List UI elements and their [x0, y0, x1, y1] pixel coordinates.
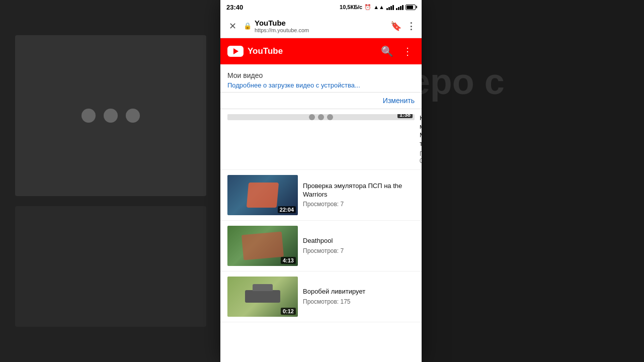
video-duration-4: 0:12	[281, 308, 296, 315]
video-title-3: Deathpool	[303, 237, 415, 245]
youtube-header: YouTube 🔍 ⋮	[220, 38, 422, 64]
status-right: 10,5КБ/с ⏰ ▲▲	[340, 4, 416, 11]
video-title-2: Проверка эмулятора ПСП на the Warriors	[303, 182, 415, 199]
content-area: Мои видео Подробнее о загрузке видео с у…	[220, 64, 422, 362]
video-info-1: Как майнить Монеро с телефона Просмотров…	[420, 114, 422, 164]
browser-bar: ✕ 🔒 YouTube https://m.youtube.com 🔖 ⋮	[220, 14, 422, 38]
url-info: YouTube https://m.youtube.com	[255, 19, 309, 33]
thumb-placeholder-1	[227, 114, 415, 120]
lock-icon: 🔒	[244, 22, 252, 30]
status-bar: 23:40 10,5КБ/с ⏰ ▲▲	[220, 0, 422, 14]
signal-icon: ▲▲	[373, 4, 384, 10]
thumb-dot	[309, 114, 315, 120]
status-speed: 10,5КБ/с	[340, 4, 362, 10]
my-videos-section: Мои видео Подробнее о загрузке видео с у…	[220, 64, 422, 93]
video-views-1: Просмотров: 0	[420, 150, 422, 164]
video-title-4: Воробей ливитирует	[303, 288, 415, 296]
video-duration-3: 4:13	[281, 257, 296, 264]
status-time: 23:40	[226, 4, 243, 11]
upload-link[interactable]: Подробнее о загрузке видео с устройства.…	[227, 81, 415, 89]
youtube-search-button[interactable]: 🔍	[379, 43, 395, 59]
youtube-logo-icon	[227, 46, 244, 57]
video-duration-2: 22:04	[278, 206, 296, 213]
browser-url: https://m.youtube.com	[255, 27, 309, 33]
edit-button-row: Изменить	[220, 93, 422, 109]
browser-title: YouTube	[255, 19, 309, 27]
thumb-dot	[318, 114, 324, 120]
character-shape	[242, 231, 284, 260]
video-item[interactable]: 1:38 Как майнить Монеро с телефона Просм…	[220, 109, 422, 170]
phone-overlay: 23:40 10,5КБ/с ⏰ ▲▲ ✕ 🔒	[220, 0, 422, 362]
thumb-dots-1	[309, 114, 333, 120]
url-area[interactable]: 🔒 YouTube https://m.youtube.com	[244, 19, 385, 33]
bg-thumbnail-bottom	[15, 206, 206, 327]
youtube-logo[interactable]: YouTube	[227, 46, 283, 57]
signal-bars-2	[396, 4, 404, 10]
bg-thumbnail-top	[15, 35, 206, 196]
video-thumbnail-3: 4:13	[227, 226, 298, 266]
video-info-4: Воробей ливитирует Просмотров: 175	[303, 277, 415, 317]
thumb-dot	[327, 114, 333, 120]
my-videos-title: Мои видео	[227, 71, 415, 79]
video-views-4: Просмотров: 175	[303, 298, 415, 305]
video-item[interactable]: 4:13 Deathpool Просмотров: 7	[220, 221, 422, 272]
car-shape	[245, 290, 280, 303]
video-item[interactable]: 0:12 Воробей ливитирует Просмотров: 175	[220, 272, 422, 322]
youtube-logo-text: YouTube	[248, 46, 283, 56]
video-views-2: Просмотров: 7	[303, 201, 415, 208]
browser-menu-icon[interactable]: ⋮	[407, 21, 416, 32]
bg-left-panel	[0, 0, 221, 362]
alarm-icon: ⏰	[364, 4, 371, 11]
video-item[interactable]: 22:04 Проверка эмулятора ПСП на the Warr…	[220, 170, 422, 221]
play-triangle-icon	[233, 48, 238, 54]
close-button[interactable]: ✕	[226, 21, 238, 32]
video-thumbnail-1: 1:38	[227, 114, 415, 120]
video-info-3: Deathpool Просмотров: 7	[303, 226, 415, 266]
video-thumbnail-2: 22:04	[227, 175, 298, 215]
video-info-2: Проверка эмулятора ПСП на the Warriors П…	[303, 175, 415, 215]
youtube-more-button[interactable]: ⋮	[400, 43, 415, 59]
signal-bars	[386, 4, 394, 10]
edit-button[interactable]: Изменить	[383, 97, 415, 105]
bookmark-icon[interactable]: 🔖	[390, 21, 401, 32]
video-duration-1: 1:38	[397, 114, 413, 118]
battery-icon	[406, 5, 416, 10]
video-title-1: Как майнить Монеро с телефона	[420, 114, 422, 148]
fighter-shape	[247, 183, 279, 208]
video-thumbnail-4: 0:12	[227, 277, 298, 317]
video-views-3: Просмотров: 7	[303, 247, 415, 254]
